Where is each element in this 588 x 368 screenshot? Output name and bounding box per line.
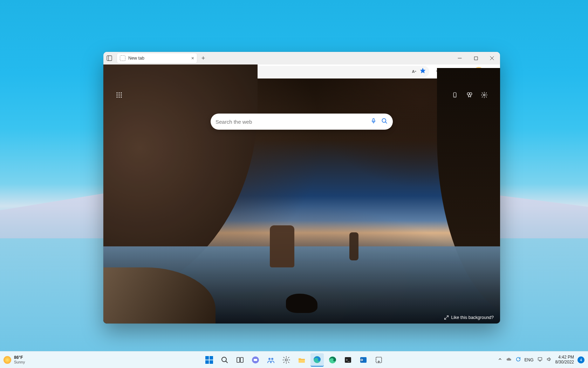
svg-rect-53 [538,357,542,360]
like-background-label: Like this background? [451,315,494,320]
svg-point-13 [116,92,117,93]
svg-point-17 [118,94,119,95]
taskbar-app-settings[interactable] [280,353,293,367]
svg-rect-38 [254,359,257,361]
svg-point-16 [116,94,117,95]
edge-browser-window: New tab × + A» ⋯ [103,52,500,323]
svg-text:>_: >_ [346,358,350,362]
svg-rect-0 [107,56,112,61]
read-aloud-icon[interactable]: A» [412,66,416,77]
favorite-star-icon[interactable] [420,68,426,75]
svg-point-18 [121,94,122,95]
tray-lang[interactable]: ENG [525,357,534,362]
weather-cond: Sunny [14,360,25,364]
clock-date: 8/30/2022 [555,360,574,364]
tab-close-button[interactable]: × [191,55,194,61]
like-background-button[interactable]: Like this background? [444,315,494,320]
svg-line-31 [447,316,449,318]
svg-point-20 [118,96,119,97]
windows-taskbar: 86°F Sunny >_ ENG 4:42 PM 8/30/2022 4 [0,351,588,368]
svg-line-32 [445,318,446,320]
taskbar-app-people[interactable] [264,353,278,367]
mobile-icon[interactable] [449,89,461,101]
svg-point-21 [121,96,122,97]
tab-favicon [120,55,125,61]
svg-point-14 [118,92,119,93]
tray-onedrive-icon[interactable] [506,356,512,363]
taskbar-app-snip[interactable] [372,353,385,367]
maximize-button[interactable] [468,52,484,64]
svg-marker-8 [420,68,425,73]
rewards-icon[interactable] [464,89,476,101]
taskbar-center: >_ [203,353,385,367]
titlebar: New tab × + [103,52,500,64]
svg-point-19 [116,96,117,97]
taskbar-clock[interactable]: 4:42 PM 8/30/2022 [555,355,574,364]
tray-update-icon[interactable] [515,356,521,363]
svg-rect-36 [240,357,243,362]
notification-badge[interactable]: 4 [577,356,584,363]
svg-point-25 [470,93,472,95]
svg-rect-35 [237,357,240,362]
apps-grid-button[interactable] [113,89,125,101]
vertical-tabs-button[interactable] [103,52,115,64]
taskbar-app-outlook[interactable] [357,353,370,367]
svg-line-30 [385,122,387,123]
svg-marker-56 [547,357,549,361]
svg-point-26 [484,94,485,96]
svg-rect-3 [474,57,478,60]
weather-sun-icon [4,356,11,364]
window-controls [452,52,500,64]
svg-point-39 [268,358,271,360]
system-tray: ENG 4:42 PM 8/30/2022 4 [498,355,584,364]
tray-chevron-icon[interactable] [498,357,502,362]
taskbar-app-chat[interactable] [249,353,262,367]
svg-rect-27 [373,118,375,121]
svg-point-24 [467,93,470,95]
taskbar-weather[interactable]: 86°F Sunny [4,355,25,364]
voice-search-icon[interactable] [370,118,377,125]
taskbar-app-explorer[interactable] [295,353,308,367]
start-button[interactable] [203,353,216,367]
tab-new-tab[interactable]: New tab × [117,53,197,63]
tray-network-icon[interactable] [537,356,543,363]
taskbar-app-terminal[interactable]: >_ [341,353,355,367]
new-tab-page: Like this background? [103,79,500,323]
taskbar-app-edge-canary[interactable] [326,353,339,367]
svg-point-40 [271,358,273,360]
ntp-search-input[interactable] [216,119,366,125]
svg-point-15 [121,92,122,93]
svg-rect-42 [299,359,305,360]
search-submit-icon[interactable] [381,117,388,126]
svg-line-34 [226,361,227,363]
taskbar-search-button[interactable] [218,353,231,367]
close-window-button[interactable] [484,52,500,64]
taskbar-app-edge[interactable] [310,353,324,367]
minimize-button[interactable] [452,52,468,64]
weather-temp: 86°F [14,355,25,360]
svg-point-41 [285,359,287,361]
ntp-search-box[interactable] [211,114,393,130]
page-settings-icon[interactable] [478,89,490,101]
tab-title: New tab [128,56,144,61]
new-tab-button[interactable]: + [197,52,209,64]
task-view-button[interactable] [233,353,247,367]
tray-volume-icon[interactable] [546,356,552,363]
clock-time: 4:42 PM [555,355,574,360]
